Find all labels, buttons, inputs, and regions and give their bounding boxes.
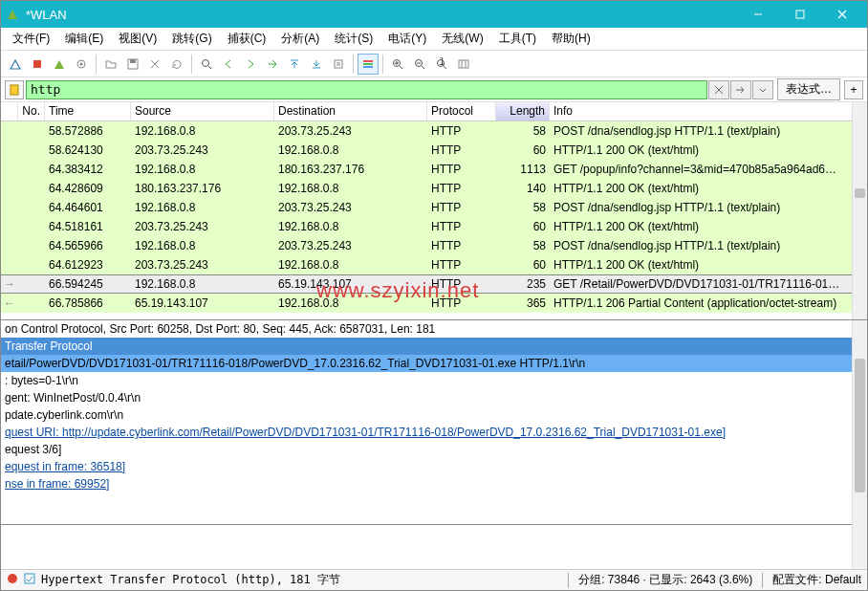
packet-row[interactable]: 58.572886192.168.0.8203.73.25.243HTTP58P… bbox=[1, 121, 867, 141]
packet-row[interactable]: ←66.78586665.19.143.107192.168.0.8HTTP36… bbox=[1, 294, 867, 313]
resize-columns-button[interactable] bbox=[453, 54, 474, 75]
menu-item-4[interactable]: 捕获(C) bbox=[220, 28, 274, 50]
go-back-button[interactable] bbox=[218, 54, 239, 75]
goto-packet-button[interactable] bbox=[262, 54, 283, 75]
menu-item-7[interactable]: 电话(Y) bbox=[380, 28, 434, 50]
capture-options-button[interactable] bbox=[71, 54, 92, 75]
svg-line-12 bbox=[208, 66, 211, 69]
menubar: 文件(F)编辑(E)视图(V)跳转(G)捕获(C)分析(A)统计(S)电话(Y)… bbox=[1, 28, 867, 51]
colorize-button[interactable] bbox=[358, 54, 379, 75]
packet-row[interactable]: 58.624130203.73.25.243192.168.0.8HTTP60H… bbox=[1, 141, 867, 160]
status-bar: Hypertext Transfer Protocol (http), 181 … bbox=[1, 569, 867, 590]
packet-row[interactable]: 64.612923203.73.25.243192.168.0.8HTTP60H… bbox=[1, 255, 867, 274]
detail-line[interactable]: Transfer Protocol bbox=[1, 338, 867, 355]
display-filter-input[interactable] bbox=[26, 80, 707, 99]
column-length[interactable]: Length bbox=[496, 102, 550, 120]
zoom-in-button[interactable] bbox=[387, 54, 408, 75]
packet-row[interactable]: 64.428609180.163.237.176192.168.0.8HTTP1… bbox=[1, 179, 867, 198]
svg-point-11 bbox=[203, 59, 209, 66]
packet-row[interactable]: 64.518161203.73.25.243192.168.0.8HTTP60H… bbox=[1, 217, 867, 236]
status-profile[interactable]: 配置文件: Default bbox=[772, 572, 861, 588]
maximize-button[interactable] bbox=[779, 1, 821, 28]
svg-rect-19 bbox=[363, 63, 373, 65]
detail-line[interactable]: pdate.cyberlink.com\r\n bbox=[1, 406, 867, 424]
menu-item-9[interactable]: 工具(T) bbox=[491, 28, 544, 50]
status-packets: 分组: 73846 · 已显示: 2643 (3.6%) bbox=[578, 572, 752, 588]
svg-rect-20 bbox=[363, 66, 373, 68]
go-forward-button[interactable] bbox=[240, 54, 261, 75]
menu-item-10[interactable]: 帮助(H) bbox=[544, 28, 598, 50]
menu-item-0[interactable]: 文件(F) bbox=[5, 28, 57, 50]
column-time[interactable]: Time bbox=[45, 102, 131, 120]
menu-item-3[interactable]: 跳转(G) bbox=[164, 28, 219, 50]
packet-row[interactable]: →66.594245192.168.0.865.19.143.107HTTP23… bbox=[1, 274, 867, 294]
detail-line[interactable]: gent: WinInetPost/0.0.4\r\n bbox=[1, 389, 867, 406]
toolbar: 1 bbox=[1, 51, 867, 77]
filter-history-button[interactable] bbox=[752, 80, 773, 99]
packet-details-pane[interactable]: on Control Protocol, Src Port: 60258, Ds… bbox=[1, 320, 867, 525]
zoom-out-button[interactable] bbox=[409, 54, 430, 75]
packet-row[interactable]: 64.464601192.168.0.8203.73.25.243HTTP58P… bbox=[1, 198, 867, 217]
close-file-button[interactable] bbox=[144, 54, 165, 75]
svg-rect-18 bbox=[363, 60, 373, 62]
detail-line[interactable]: etail/PowerDVD/DVD171031-01/TR171116-018… bbox=[1, 355, 867, 372]
minimize-button[interactable] bbox=[737, 1, 779, 28]
start-capture-button[interactable] bbox=[5, 54, 26, 75]
zoom-reset-button[interactable]: 1 bbox=[431, 54, 452, 75]
column-info[interactable]: Info bbox=[550, 102, 867, 120]
close-button[interactable] bbox=[821, 1, 863, 28]
packet-list-header[interactable]: No. Time Source Destination Protocol Len… bbox=[1, 102, 867, 121]
packet-list-scrollbar[interactable] bbox=[852, 102, 867, 319]
stop-capture-button[interactable] bbox=[27, 54, 48, 75]
svg-point-37 bbox=[8, 574, 17, 583]
packet-list-pane: No. Time Source Destination Protocol Len… bbox=[1, 102, 867, 320]
find-packet-button[interactable] bbox=[196, 54, 217, 75]
menu-item-5[interactable]: 分析(A) bbox=[273, 28, 327, 50]
goto-first-button[interactable] bbox=[284, 54, 305, 75]
detail-line[interactable]: equest 3/6] bbox=[1, 441, 867, 458]
svg-rect-4 bbox=[33, 60, 41, 68]
detail-line[interactable]: : bytes=0-1\r\n bbox=[1, 372, 867, 389]
svg-rect-34 bbox=[11, 85, 18, 95]
svg-rect-1 bbox=[796, 11, 804, 18]
autoscroll-button[interactable] bbox=[328, 54, 349, 75]
column-protocol[interactable]: Protocol bbox=[427, 102, 496, 120]
filter-bookmark-button[interactable] bbox=[5, 80, 24, 99]
save-file-button[interactable] bbox=[122, 54, 143, 75]
open-file-button[interactable] bbox=[100, 54, 121, 75]
detail-line[interactable]: equest in frame: 36518] bbox=[1, 458, 867, 475]
filter-bar: 表达式… + bbox=[1, 77, 867, 102]
packet-row[interactable]: 64.383412192.168.0.8180.163.237.176HTTP1… bbox=[1, 160, 867, 179]
menu-item-8[interactable]: 无线(W) bbox=[434, 28, 490, 50]
detail-line[interactable]: quest URI: http://update.cyberlink.com/R… bbox=[1, 424, 867, 441]
packet-row[interactable]: 64.565966192.168.0.8203.73.25.243HTTP58P… bbox=[1, 236, 867, 255]
menu-item-6[interactable]: 统计(S) bbox=[327, 28, 380, 50]
expert-info-icon[interactable] bbox=[7, 573, 18, 587]
filter-add-button[interactable]: + bbox=[844, 80, 863, 99]
capture-file-icon[interactable] bbox=[24, 573, 35, 587]
restart-capture-button[interactable] bbox=[49, 54, 70, 75]
svg-rect-31 bbox=[459, 60, 468, 68]
svg-rect-15 bbox=[335, 60, 342, 68]
window-title: *WLAN bbox=[26, 8, 737, 22]
packet-list-body[interactable]: 58.572886192.168.0.8203.73.25.243HTTP58P… bbox=[1, 121, 867, 320]
goto-last-button[interactable] bbox=[306, 54, 327, 75]
detail-line[interactable]: on Control Protocol, Src Port: 60258, Ds… bbox=[1, 320, 867, 338]
details-scrollbar[interactable] bbox=[852, 320, 867, 575]
column-source[interactable]: Source bbox=[131, 102, 274, 120]
svg-point-6 bbox=[80, 62, 83, 65]
titlebar: *WLAN bbox=[1, 1, 867, 28]
svg-rect-8 bbox=[130, 59, 136, 63]
column-no[interactable]: No. bbox=[18, 102, 45, 120]
menu-item-1[interactable]: 编辑(E) bbox=[57, 28, 111, 50]
app-icon bbox=[5, 7, 20, 22]
svg-line-26 bbox=[422, 66, 424, 69]
svg-line-22 bbox=[400, 66, 402, 69]
expression-button[interactable]: 表达式… bbox=[777, 78, 840, 100]
filter-clear-button[interactable] bbox=[708, 80, 729, 99]
reload-button[interactable] bbox=[166, 54, 187, 75]
filter-apply-button[interactable] bbox=[730, 80, 751, 99]
column-destination[interactable]: Destination bbox=[274, 102, 427, 120]
menu-item-2[interactable]: 视图(V) bbox=[111, 28, 164, 50]
detail-line[interactable]: nse in frame: 69952] bbox=[1, 475, 867, 492]
